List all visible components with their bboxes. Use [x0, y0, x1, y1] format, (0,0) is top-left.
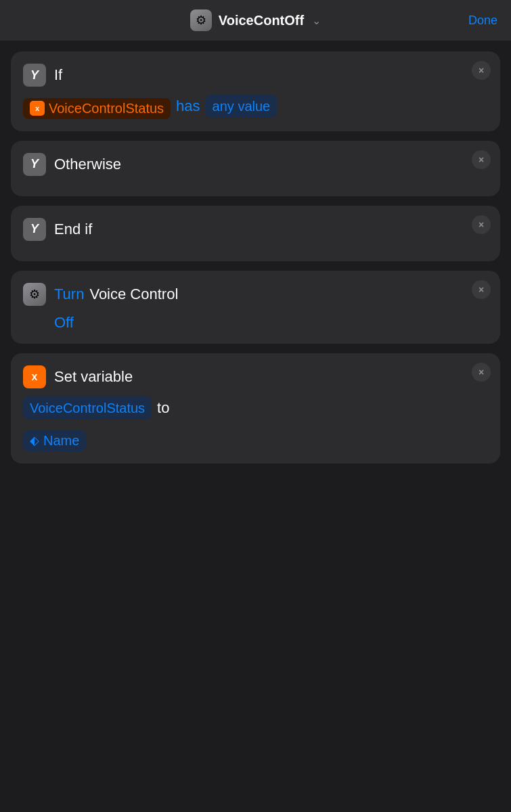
set-variable-pill[interactable]: VoiceControlStatus	[23, 397, 152, 420]
otherwise-title: Otherwise	[54, 156, 121, 173]
x-badge-set: x	[23, 365, 46, 388]
set-variable-card-header: x Set variable	[23, 365, 488, 388]
voice-control-status-variable[interactable]: x VoiceControlStatus	[23, 98, 171, 119]
set-variable-name: VoiceControlStatus	[30, 401, 145, 415]
voice-control-label: Voice Control	[89, 286, 178, 303]
y-badge-end-if: Y	[23, 218, 46, 241]
end-if-close-button[interactable]: ×	[472, 215, 491, 234]
done-button[interactable]: Done	[468, 14, 497, 28]
settings-badge-turn: ⚙	[23, 283, 46, 306]
app-title: VoiceContOff	[219, 13, 304, 28]
content-area: Y If × x VoiceControlStatus has any valu…	[0, 41, 511, 812]
end-if-title: End if	[54, 221, 92, 238]
turn-body: Turn Voice Control	[54, 286, 178, 303]
variable-name-text: VoiceControlStatus	[49, 101, 164, 116]
has-condition[interactable]: has	[176, 97, 200, 115]
turn-label[interactable]: Turn	[54, 286, 84, 303]
set-variable-card: x Set variable × VoiceControlStatus to ⬖…	[11, 353, 500, 464]
end-if-card-header: Y End if	[23, 218, 488, 241]
if-close-button[interactable]: ×	[472, 61, 491, 80]
if-card-header: Y If	[23, 64, 488, 87]
turn-card: ⚙ Turn Voice Control × Off	[11, 271, 500, 344]
to-text: to	[157, 399, 169, 417]
variable-x-icon: x	[30, 101, 45, 116]
y-badge-otherwise: Y	[23, 153, 46, 176]
off-label[interactable]: Off	[54, 314, 74, 331]
set-variable-row: VoiceControlStatus to	[23, 397, 488, 420]
settings-icon: ⚙	[190, 9, 212, 31]
header: ⚙ VoiceContOff ⌄ Done	[0, 0, 511, 41]
any-value-text: any value	[213, 99, 271, 114]
turn-close-button[interactable]: ×	[472, 280, 491, 299]
chevron-down-icon: ⌄	[312, 14, 321, 27]
name-label: Name	[43, 433, 79, 449]
any-value-pill[interactable]: any value	[206, 95, 277, 118]
if-title: If	[54, 66, 62, 84]
end-if-card: Y End if ×	[11, 206, 500, 261]
name-pill[interactable]: ⬖ Name	[23, 430, 86, 451]
turn-card-header: ⚙ Turn Voice Control	[23, 283, 488, 306]
if-card: Y If × x VoiceControlStatus has any valu…	[11, 51, 500, 131]
otherwise-card: Y Otherwise ×	[11, 141, 500, 196]
y-badge-if: Y	[23, 64, 46, 87]
if-body: x VoiceControlStatus has any value	[23, 95, 488, 119]
otherwise-card-header: Y Otherwise	[23, 153, 488, 176]
set-body: VoiceControlStatus to ⬖ Name	[23, 397, 488, 451]
header-title-group: ⚙ VoiceContOff ⌄	[190, 9, 321, 31]
set-variable-title: Set variable	[54, 368, 133, 386]
name-icon: ⬖	[30, 433, 39, 448]
set-variable-close-button[interactable]: ×	[472, 363, 491, 382]
otherwise-close-button[interactable]: ×	[472, 150, 491, 169]
